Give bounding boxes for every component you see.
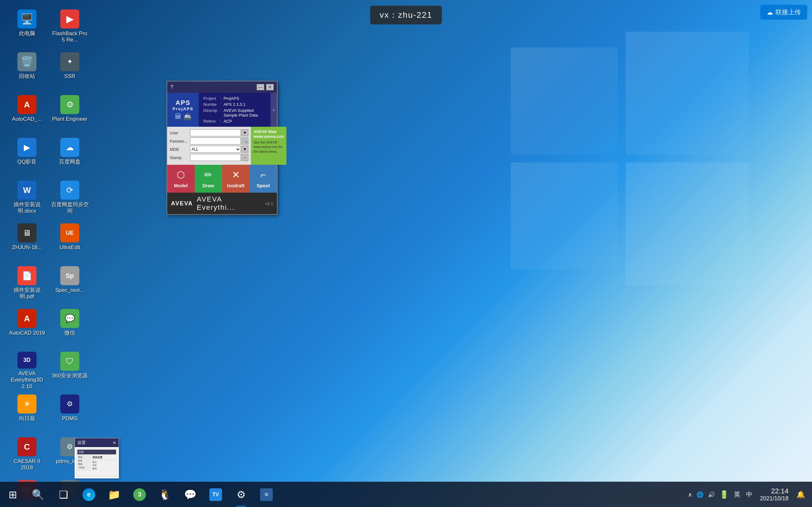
taskbar: ⊞ 🔍 ❑ e 📁 3 🐧 💬 [0,482,812,507]
password-input[interactable] [190,137,241,145]
dialog-minimize-btn[interactable]: — [257,84,264,90]
word-label: 插件安装说明.docx [8,202,46,215]
icon-baidu[interactable]: ☁ 百度网盘 [49,135,90,176]
everything-tb-icon: ≡ [260,488,273,501]
news-text: See the AVEVA www.aveva.con for the late… [253,140,284,154]
mdb-label: MDB [170,147,189,152]
icon-qqyinyin[interactable]: ▶ QQ影音 [6,135,48,176]
icon-baidusync[interactable]: ⟳ 百度网盘同步空间 [49,177,90,219]
draw-button[interactable]: ✏ Draw [195,165,222,193]
icon-spec[interactable]: Sp Spec_reor... [49,263,90,304]
user-input[interactable] [190,129,241,136]
icon-aveva3d[interactable]: 3D AVEVA Everything3D 2.10 [6,349,48,390]
svg-line-6 [638,158,796,238]
taskbar-everything[interactable]: ≡ [254,482,279,507]
dialog-footer: AVEVA AVEVA Everythi... v2.1 [167,193,277,214]
reference-field-label: Refere [202,118,218,124]
cloud-icon: ☁ [767,9,773,16]
caesar-icon: C [17,437,37,456]
user-dropdown-btn[interactable]: ▼ [241,129,248,136]
stamp-go-btn[interactable]: → [241,154,248,161]
icon-zhjun[interactable]: 🖥 ZHJUN-18... [6,220,48,262]
settings-popup-close[interactable]: ✕ [113,441,116,445]
taskbar-search[interactable]: 🔍 [26,482,51,507]
ssr-label: SSR [64,73,75,79]
pdms-label: PDMS [62,415,78,422]
expand-button[interactable]: › [270,93,277,127]
user-row: User ▼ [170,129,248,136]
taskbar-wechat[interactable]: 💬 [177,482,203,507]
login-area: User ▼ Passwo... 🔍 MDB [167,127,277,165]
icon-ultraedit[interactable]: UE UltraEdit [49,220,90,262]
baidu-icon: ☁ [60,138,79,157]
notification-button[interactable]: 🔔 [794,482,807,507]
settings-popup-content: 设置 系统 设备 网络 个性化 系统设置 显示 声音 [75,447,119,478]
taskbar-360[interactable]: 3 [127,482,152,507]
mdb-select[interactable]: ALL [190,146,241,153]
icon-flashback-pro[interactable]: ▶ FlashBack Pro 5 Re... [49,6,90,48]
tray-lang[interactable]: 中 [744,490,754,499]
mdb-dropdown-btn[interactable]: ▼ [241,146,248,153]
tray-arrow[interactable]: ∧ [687,490,693,499]
tray-sound[interactable]: 🔊 [707,490,716,499]
taskbar-teamviewer[interactable]: TV [203,482,229,507]
icon-autocad2019[interactable]: A AutoCAD 2019 [6,306,48,347]
baidusync-icon: ⟳ [60,181,79,200]
svg-rect-2 [511,163,618,270]
login-form: User ▼ Passwo... 🔍 MDB [167,127,251,165]
autocad2019-label: AutoCAD 2019 [9,330,45,336]
icon-caesar[interactable]: C CAESAR II 2018 [6,434,48,475]
dialog-close-btn[interactable]: ✕ [266,84,274,90]
icon-此电脑[interactable]: 🖥️ 此电脑 [6,6,48,48]
zhjun-icon: 🖥 [17,223,37,242]
clock[interactable]: 22:14 2021/10/18 [757,487,792,502]
spec-icon: Sp [60,266,79,285]
tray-battery[interactable]: 🔋 [718,489,730,500]
svg-line-7 [638,158,717,317]
icon-plant-engineer[interactable]: ⚙ Plant Engineer [49,92,90,133]
taskbar-settings[interactable]: ⚙ [229,482,254,507]
ue-icon: UE [60,223,79,242]
riri-label: 向日葵 [19,415,35,422]
model-button[interactable]: ⬡ Model [167,165,195,193]
plant-icon: ⚙ [60,95,79,114]
icon-pdf[interactable]: 📄 插件安装说明.pdf [6,263,48,304]
icon-ssr[interactable]: ✦ SSR [49,49,90,90]
aveva-dialog: ? — ✕ APS ProjAPS 🏛 🚢 Project : [166,81,277,215]
icon-riri[interactable]: ☀ 向日葵 [6,391,48,433]
svg-line-5 [638,79,796,158]
start-icon: ⊞ [9,489,17,501]
isodraft-label: Isodraft [227,183,245,188]
回收站-label: 回收站 [19,73,35,79]
ship-icon: 🚢 [183,112,192,121]
stamp-input[interactable] [190,154,241,161]
settings-popup-label: 设置 [78,440,86,446]
dialog-titlebar: ? — ✕ [167,81,277,93]
回收站-icon: 🗑️ [17,52,37,71]
icon-word-plugin[interactable]: W 插件安装说明.docx [6,177,48,219]
isodraft-button[interactable]: ✕ Isodraft [222,165,250,193]
tray-keyboard[interactable]: 英 [732,490,742,499]
spool-label: Spool [257,183,270,188]
dialog-title-question[interactable]: ? [170,84,173,90]
taskbar-qq[interactable]: 🐧 [152,482,177,507]
icon-360[interactable]: 🛡 360安全浏览器 [49,349,90,390]
settings-preview: 设置 系统 设备 网络 个性化 系统设置 显示 声音 [76,448,117,477]
taskbar-edge[interactable]: e [76,482,101,507]
icon-wechat[interactable]: 💬 微信 [49,306,90,347]
start-button[interactable]: ⊞ [0,482,26,507]
tray-network[interactable]: 🌐 [695,490,705,499]
icon-autocad[interactable]: A AutoCAD_... [6,92,48,133]
password-search-btn[interactable]: 🔍 [241,137,248,145]
icon-pdms[interactable]: ⚙ PDMS [49,391,90,433]
spool-button[interactable]: ⌐ Spool [250,165,277,193]
taskbar-explorer[interactable]: 📁 [101,482,127,507]
zhjun-label: ZHJUN-18... [12,244,42,250]
spec-label: Spec_reor... [55,287,84,293]
stamp-row: Stamp → [170,154,248,161]
autocad-icon: A [17,95,37,114]
upload-button[interactable]: ☁ 联接上传 [760,5,807,20]
taskbar-taskview[interactable]: ❑ [51,482,76,507]
flashback-label: FlashBack Pro 5 Re... [51,31,89,43]
icon-回收站[interactable]: 🗑️ 回收站 [6,49,48,90]
